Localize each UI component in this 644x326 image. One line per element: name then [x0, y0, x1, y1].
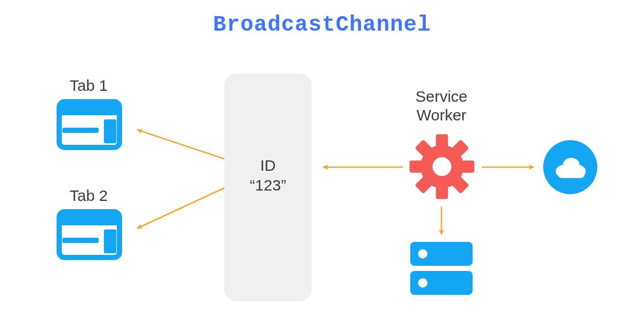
- svg-rect-3: [59, 108, 119, 115]
- svg-rect-26: [558, 169, 585, 178]
- gear-icon: [408, 133, 476, 200]
- svg-rect-9: [59, 218, 119, 225]
- svg-rect-11: [104, 229, 116, 253]
- diagram-stage: BroadcastChannel ID “123” Tab 1 Tab 2 Se…: [0, 0, 644, 326]
- svg-rect-4: [62, 128, 99, 133]
- channel-id-label: ID: [260, 157, 276, 174]
- diagram-title: BroadcastChannel: [0, 12, 644, 37]
- arrow-channel-to-tab2: [137, 188, 224, 228]
- svg-point-28: [418, 249, 427, 259]
- tab-2-label: Tab 2: [70, 187, 108, 205]
- svg-point-21: [433, 157, 451, 176]
- svg-point-30: [418, 278, 427, 288]
- tab-1-label: Tab 1: [70, 77, 108, 94]
- svg-rect-5: [104, 119, 116, 143]
- broadcast-channel-label: ID “123”: [224, 156, 312, 195]
- svg-rect-10: [62, 238, 99, 243]
- channel-id-value: “123”: [250, 176, 286, 194]
- service-worker-label: Service Worker: [390, 87, 493, 125]
- arrow-channel-to-tab1: [137, 130, 224, 159]
- service-worker-label-line1: Service: [415, 88, 467, 105]
- browser-tab-icon: [56, 209, 123, 261]
- service-worker-label-line2: Worker: [417, 106, 466, 124]
- storage-icon: [409, 240, 474, 298]
- cloud-icon: [542, 139, 598, 195]
- browser-tab-icon: [56, 99, 123, 151]
